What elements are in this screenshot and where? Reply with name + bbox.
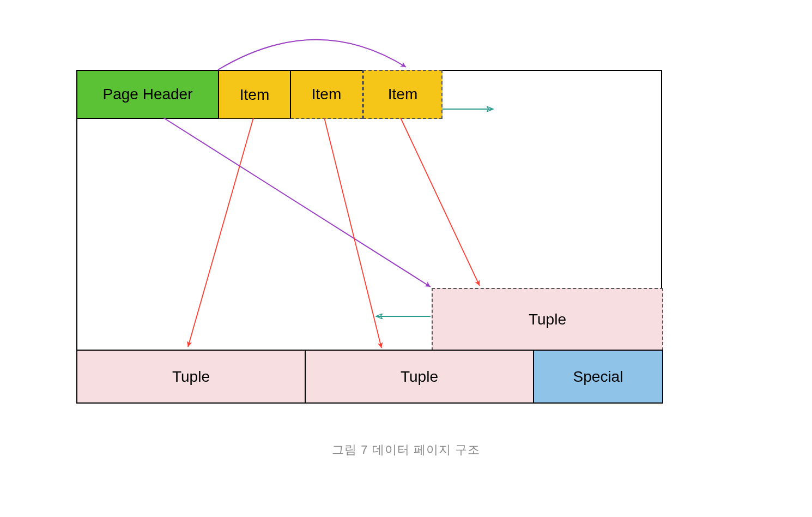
item-box-3: Item <box>363 70 443 119</box>
item-box-2: Item <box>290 70 363 119</box>
item-box-1: Item <box>218 70 290 119</box>
tuple-box-bottom-left: Tuple <box>76 350 305 404</box>
special-box: Special <box>533 350 663 404</box>
page-header-box: Page Header <box>76 70 219 119</box>
tuple-box-top: Tuple <box>432 288 663 351</box>
arrow-upper-pointer <box>218 40 406 70</box>
page-layout-diagram: Page Header Item Item Item Tuple Tuple T… <box>76 70 662 402</box>
figure-caption: 그림 7 데이터 페이지 구조 <box>0 442 812 458</box>
tuple-box-bottom-middle: Tuple <box>305 350 534 404</box>
